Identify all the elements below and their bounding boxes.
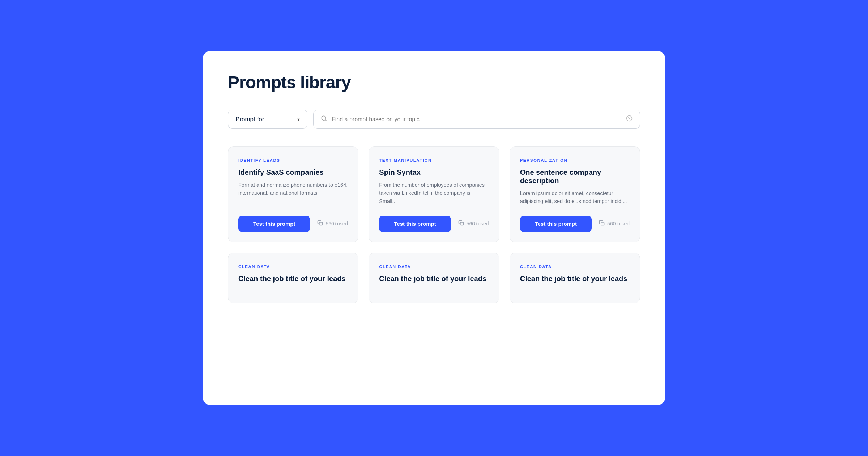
bottom-card-1: CLEAN DATA Clean the job title of your l… (228, 253, 358, 303)
usage-text-1: 560+used (326, 221, 348, 227)
card-text-manipulation: TEXT MANIPULATION Spin Syntax From the n… (369, 146, 499, 242)
test-prompt-button-3[interactable]: Test this prompt (520, 216, 592, 232)
chevron-down-icon: ▾ (297, 117, 300, 122)
bottom-card-2: CLEAN DATA Clean the job title of your l… (369, 253, 499, 303)
card-title-2: Spin Syntax (379, 168, 489, 177)
card-identify-leads: IDENTIFY LEADS Identify SaaS companies F… (228, 146, 358, 242)
bottom-card-title-3: Clean the job title of your leads (520, 275, 630, 283)
test-prompt-button-1[interactable]: Test this prompt (238, 216, 310, 232)
svg-rect-5 (319, 222, 323, 225)
svg-rect-7 (601, 222, 604, 225)
svg-rect-6 (460, 222, 464, 225)
card-category-3: PERSONALIZATION (520, 158, 630, 162)
page-title: Prompts library (228, 72, 640, 92)
bottom-card-title-1: Clean the job title of your leads (238, 275, 348, 283)
main-container: Prompts library Prompt for ▾ (203, 51, 665, 405)
card-desc-1: Format and normalize phone numbers to e1… (238, 181, 348, 206)
card-title-3: One sentence company description (520, 168, 630, 185)
bottom-card-category-3: CLEAN DATA (520, 265, 630, 269)
svg-line-1 (325, 119, 326, 121)
usage-count-1: 560+used (317, 220, 348, 227)
search-input[interactable] (332, 116, 622, 123)
dropdown-label: Prompt for (235, 116, 264, 123)
test-prompt-button-2[interactable]: Test this prompt (379, 216, 451, 232)
search-icon (321, 115, 327, 123)
card-actions-1: Test this prompt 560+used (238, 216, 348, 232)
cards-grid: IDENTIFY LEADS Identify SaaS companies F… (228, 146, 640, 303)
copy-icon-2 (458, 220, 464, 227)
bottom-card-category-2: CLEAN DATA (379, 265, 489, 269)
card-category-2: TEXT MANIPULATION (379, 158, 489, 162)
usage-text-2: 560+used (467, 221, 489, 227)
bottom-card-3: CLEAN DATA Clean the job title of your l… (510, 253, 640, 303)
search-bar (313, 110, 640, 129)
copy-icon-3 (599, 220, 605, 227)
clear-icon[interactable] (626, 115, 633, 123)
card-actions-3: Test this prompt 560+used (520, 216, 630, 232)
bottom-card-title-2: Clean the job title of your leads (379, 275, 489, 283)
card-title-1: Identify SaaS companies (238, 168, 348, 177)
card-desc-3: Lorem ipsum dolor sit amet, consectetur … (520, 189, 630, 206)
card-category-1: IDENTIFY LEADS (238, 158, 348, 162)
usage-text-3: 560+used (607, 221, 630, 227)
card-desc-2: From the number of employees of companie… (379, 181, 489, 206)
usage-count-3: 560+used (599, 220, 630, 227)
card-actions-2: Test this prompt 560+used (379, 216, 489, 232)
prompt-for-dropdown[interactable]: Prompt for ▾ (228, 110, 307, 129)
card-personalization: PERSONALIZATION One sentence company des… (510, 146, 640, 242)
usage-count-2: 560+used (458, 220, 489, 227)
copy-icon-1 (317, 220, 323, 227)
bottom-card-category-1: CLEAN DATA (238, 265, 348, 269)
filters-row: Prompt for ▾ (228, 110, 640, 129)
